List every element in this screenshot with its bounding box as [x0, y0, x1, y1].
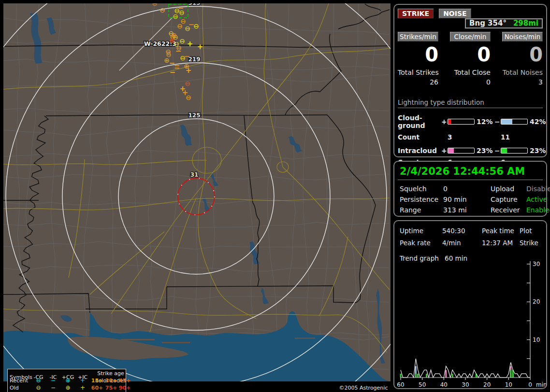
svg-text:⊖: ⊖: [152, 3, 158, 7]
stat-c2: 4/min: [442, 239, 482, 247]
age-code: 45+: [118, 377, 131, 384]
svg-text:31: 31: [190, 171, 199, 178]
setting-v1: 0: [443, 185, 491, 193]
svg-text:10: 10: [533, 336, 540, 343]
age-code: 75+: [104, 384, 118, 392]
type-name: Intracloud: [398, 147, 441, 154]
svg-text:⊖: ⊖: [185, 25, 190, 32]
minus-sign: −: [494, 147, 501, 154]
ic-negative-icon: −: [46, 384, 60, 392]
trend-section: Uptime540:30Peak timePlotPeak rate4/min1…: [393, 220, 547, 389]
age-code: 60+: [90, 384, 104, 392]
strike-legend: Symbols -CG -IC +CG +IC Strike age color…: [7, 369, 126, 392]
app-window: 31125219313 W-2622:3 ⊖⊖⊖⊖⊖−⊖−⊖⊖⊖⊖⊕⊖⊖⊕⊖⊖+…: [0, 0, 550, 392]
strikes-counter: Strikes/min 0 Total Strikes 26: [398, 32, 438, 86]
ic-positive-icon: +: [75, 377, 90, 384]
legend-row-old: Old ⊖ − ⊕ + 60+ 75+ 90+: [10, 384, 124, 392]
strikes-per-min-value: 0: [398, 43, 438, 66]
noises-per-min-label: Noises/min: [502, 32, 543, 42]
pos-count: 3: [448, 133, 475, 141]
noises-counter: Noises/min 0 Total Noises 3: [502, 32, 543, 86]
bearing-distance: 298mi: [513, 19, 538, 28]
svg-text:30: 30: [533, 261, 540, 267]
setting-v2: Disabled: [526, 185, 550, 193]
svg-text:+: +: [197, 42, 203, 51]
svg-text:20: 20: [483, 381, 491, 388]
stats-grid: Uptime540:30Peak timePlotPeak rate4/min1…: [398, 224, 543, 247]
copyright: ©2005 Astrogenic Systems: [333, 384, 393, 392]
svg-text:10: 10: [505, 381, 512, 388]
svg-text:−: −: [170, 68, 176, 77]
svg-text:+: +: [187, 40, 193, 48]
svg-text:125: 125: [188, 112, 200, 119]
age-code: 90+: [118, 384, 131, 392]
trend-graph: 1020306050403020100min: [396, 259, 546, 388]
bearing-display: Bng 354°298mi: [465, 18, 543, 28]
intracloud-row: Intracloud + 23% − 23%: [398, 147, 543, 154]
svg-text:⊖: ⊖: [193, 22, 199, 30]
count-label: Count: [398, 133, 441, 141]
legend-row-label: Old: [10, 384, 31, 392]
stat-c2: 540:30: [442, 227, 482, 235]
stat-c1: Peak rate: [400, 239, 442, 247]
svg-text:⊖: ⊖: [186, 94, 191, 101]
cg-positive-icon: ⊕: [60, 384, 75, 392]
stat-c1: Uptime: [400, 227, 442, 235]
datetime-display: 2/4/2026 12:44:56 AM: [398, 165, 543, 180]
noise-mode-button[interactable]: NOISE: [439, 9, 471, 18]
stat-c4: Strike: [520, 239, 542, 247]
total-close-label: Total Close: [450, 69, 491, 76]
minus-sign: −: [494, 118, 501, 126]
setting-l2: Capture: [491, 196, 526, 203]
pos-percentage: 23%: [475, 147, 494, 154]
noises-per-min-value: 0: [502, 43, 543, 66]
setting-l1: Squelch: [400, 185, 443, 193]
neg-percentage-bar: [501, 119, 528, 125]
map-panel[interactable]: 31125219313 W-2622:3 ⊖⊖⊖⊖⊖−⊖−⊖⊖⊖⊖⊕⊖⊖⊕⊖⊖+…: [3, 3, 391, 381]
strikes-per-min-label: Strikes/min: [398, 32, 438, 42]
neg-percentage: 42%: [528, 118, 544, 126]
stat-c4: Plot: [520, 227, 542, 235]
ic-positive-icon: +: [75, 384, 90, 392]
close-per-min-value: 0: [450, 43, 491, 66]
stat-c3: 12:37 AM: [482, 239, 520, 247]
svg-text:+: +: [186, 66, 192, 75]
plus-sign: +: [441, 118, 448, 126]
svg-text:30: 30: [462, 381, 469, 388]
strike-mode-button[interactable]: STRIKE: [398, 9, 434, 18]
svg-text:⊖: ⊖: [173, 13, 178, 20]
distribution-title: Lightning type distribution: [398, 98, 543, 108]
pos-percentage: 12%: [475, 118, 494, 126]
cg-negative-icon: ⊖: [31, 384, 46, 392]
svg-text:0: 0: [528, 381, 532, 388]
status-section: 2/4/2026 12:44:56 AM Squelch0UploadDisab…: [393, 161, 547, 217]
ic-negative-icon: −: [46, 377, 60, 384]
plus-sign: +: [441, 147, 448, 154]
legend-row-label: Recent: [10, 377, 31, 384]
neg-count: 11: [501, 133, 528, 141]
bearing-label: Bng 354°: [469, 19, 507, 28]
lightning-map[interactable]: 31125219313 W-2622:3 ⊖⊖⊖⊖⊖−⊖−⊖⊖⊖⊖⊕⊖⊖⊕⊖⊖+…: [3, 3, 391, 381]
svg-text:60: 60: [397, 381, 404, 388]
setting-l2: Receiver: [491, 206, 526, 214]
age-code: 30+: [104, 377, 118, 384]
settings-grid: Squelch0UploadDisabledPersistence90 minC…: [398, 180, 543, 214]
cloud-ground-count-row: Count 3 11: [398, 133, 543, 141]
setting-l1: Range: [400, 206, 443, 214]
legend-row-recent: Recent ⊖ − ⊕ + 15+ 30+ 45+: [10, 377, 124, 384]
type-name: Cloud-ground: [398, 114, 441, 129]
total-noises-value: 3: [502, 78, 543, 86]
stat-c3: Peak time: [482, 227, 520, 235]
svg-text:min: min: [536, 381, 546, 388]
close-counter: Close/min 0 Total Close 0: [450, 32, 491, 86]
svg-text:40: 40: [440, 381, 448, 388]
cloud-ground-row: Cloud-ground + 12% − 42%: [398, 114, 543, 129]
cg-negative-icon: ⊖: [31, 377, 46, 384]
total-strikes-label: Total Strikes: [398, 69, 438, 76]
setting-v2: Active: [526, 196, 550, 203]
close-per-min-label: Close/min: [450, 32, 491, 42]
strike-statistics-section: STRIKE NOISE Bng 354°298mi Strikes/min 0…: [393, 4, 547, 157]
neg-percentage: 23%: [528, 147, 544, 154]
setting-v1: 313 mi: [443, 206, 491, 214]
setting-v1: 90 min: [443, 196, 491, 203]
